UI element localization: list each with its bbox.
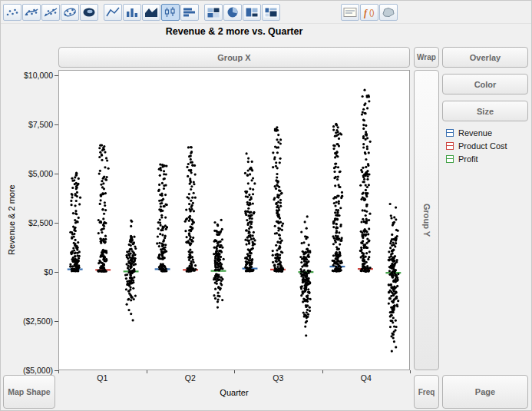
palette-contour-button[interactable] [80, 4, 98, 21]
palette-area-button[interactable] [142, 4, 160, 21]
graph-builder-window: f() Revenue & 2 more vs. Quarter Group X… [0, 0, 532, 411]
legend-item-profit[interactable]: Profit [446, 154, 507, 164]
palette-smoother-button[interactable] [22, 4, 41, 21]
y-tick-label: $0 [1, 267, 53, 277]
legend-label: Profit [458, 154, 478, 164]
drop-zone-wrap[interactable]: Wrap [414, 47, 439, 68]
palette-histogram-button[interactable] [180, 4, 199, 21]
drop-zone-freq[interactable]: Freq [414, 375, 439, 409]
x-axis-title: Quarter [58, 388, 410, 397]
drop-zone-color[interactable]: Color [442, 74, 528, 94]
drop-zone-map-shape[interactable]: Map Shape [3, 375, 55, 409]
y-tick-label: $2,500 [1, 218, 53, 227]
box-plot-icon [163, 6, 178, 18]
palette-caption-box-button[interactable] [341, 4, 359, 21]
map-shapes-icon [381, 6, 396, 18]
y-tick-label: $7,500 [1, 120, 53, 129]
svg-text:f: f [364, 7, 368, 18]
line-of-fit-icon [43, 6, 58, 18]
contour-icon [81, 6, 97, 18]
drop-zone-group-x[interactable]: Group X [58, 47, 410, 68]
x-tick-label: Q1 [97, 373, 107, 383]
palette-mosaic-button[interactable] [262, 4, 280, 21]
element-palette-toolbar: f() [1, 1, 531, 24]
y-tick-label: $10,000 [1, 71, 53, 80]
legend-marker-icon [446, 155, 454, 163]
line-icon [105, 6, 121, 18]
y-tick-mark [55, 75, 58, 76]
scatter-points-canvas[interactable] [59, 71, 409, 370]
palette-pie-button[interactable] [223, 4, 242, 21]
drop-zone-page[interactable]: Page [442, 375, 528, 409]
points-icon [5, 6, 20, 18]
y-tick-label: $5,000 [1, 169, 53, 178]
area-icon [144, 6, 159, 18]
palette-bar-button[interactable] [123, 4, 141, 21]
palette-line-of-fit-button[interactable] [41, 4, 60, 21]
palette-formula-button[interactable]: f() [360, 4, 378, 21]
legend-item-product-cost[interactable]: Product Cost [446, 141, 507, 151]
palette-line-button[interactable] [104, 4, 122, 21]
legend-marker-icon [446, 142, 454, 150]
x-tick-mark [234, 370, 235, 373]
pie-icon [225, 6, 240, 18]
bar-icon [124, 6, 140, 18]
y-tick-label: ($2,500) [1, 317, 53, 326]
x-tick-mark [322, 370, 323, 373]
legend-marker-icon [446, 129, 454, 137]
x-tick-mark [58, 370, 59, 373]
drop-zone-overlay[interactable]: Overlay [442, 47, 528, 68]
drop-zone-size[interactable]: Size [442, 101, 528, 121]
chart-title: Revenue & 2 more vs. Quarter [58, 26, 410, 37]
smoother-icon [24, 6, 39, 18]
drop-zone-group-y[interactable]: Group Y [414, 70, 439, 370]
palette-box-plot-button[interactable] [161, 4, 180, 21]
y-tick-mark [55, 223, 58, 224]
legend: RevenueProduct CostProfit [446, 128, 507, 164]
svg-text:(): () [369, 8, 375, 17]
x-tick-mark [147, 370, 147, 373]
y-tick-label: ($5,000) [1, 366, 53, 375]
histogram-icon [182, 6, 197, 18]
x-tick-label: Q4 [361, 373, 372, 383]
palette-heatmap-button[interactable] [204, 4, 223, 21]
legend-item-revenue[interactable]: Revenue [446, 128, 507, 138]
y-tick-mark [55, 321, 58, 322]
palette-points-button[interactable] [3, 4, 21, 21]
plot-area[interactable] [58, 70, 410, 370]
y-tick-mark [55, 174, 58, 174]
palette-ellipse-button[interactable] [61, 4, 79, 21]
palette-treemap-button[interactable] [243, 4, 261, 21]
x-tick-mark [410, 370, 411, 373]
legend-label: Product Cost [458, 141, 507, 151]
caption-box-icon [342, 6, 358, 18]
legend-label: Revenue [458, 128, 492, 138]
x-tick-label: Q3 [273, 373, 283, 383]
heatmap-icon [206, 6, 221, 18]
palette-map-shapes-button[interactable] [379, 4, 398, 21]
y-tick-mark [55, 272, 58, 273]
formula-icon: f() [362, 6, 377, 18]
ellipse-icon [62, 6, 78, 18]
x-tick-label: Q2 [185, 373, 196, 383]
mosaic-icon [263, 6, 279, 18]
treemap-icon [244, 6, 259, 18]
y-tick-mark [55, 124, 58, 125]
